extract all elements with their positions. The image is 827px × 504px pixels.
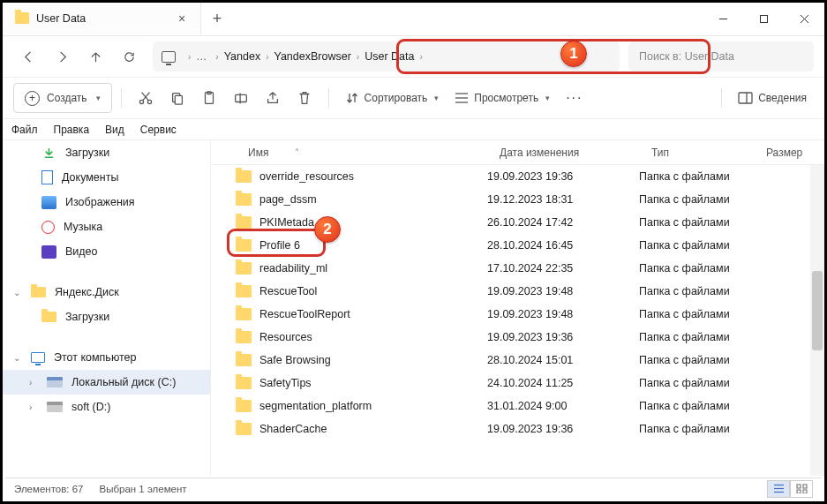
chevron-down-icon[interactable]: ⌄	[13, 288, 22, 297]
sidebar-item-label: Яндекс.Диск	[55, 286, 119, 298]
menu-tools[interactable]: Сервис	[140, 124, 177, 136]
forward-button[interactable]	[47, 41, 77, 71]
sidebar-item-drive-d[interactable]: ›soft (D:)	[3, 395, 210, 419]
details-icon	[738, 92, 753, 104]
copy-button[interactable]	[162, 83, 192, 113]
window-tab[interactable]: User Data ×	[3, 3, 201, 35]
file-type: Папка с файлами	[639, 262, 754, 275]
details-pane-button[interactable]: Сведения	[731, 83, 814, 113]
folder-icon	[236, 377, 252, 389]
sidebar-item-videos[interactable]: Видео	[3, 239, 210, 264]
breadcrumb[interactable]: User Data	[365, 50, 414, 63]
new-tab-button[interactable]: +	[201, 3, 233, 35]
sidebar-item-pictures[interactable]: Изображения	[3, 190, 210, 214]
cut-button[interactable]	[131, 83, 161, 113]
delete-button[interactable]	[289, 83, 320, 113]
download-icon	[41, 147, 56, 160]
table-row[interactable]: RescueTool19.09.2023 19:48Папка с файлам…	[211, 280, 824, 303]
command-bar: + Создать ▾ Сортировать ▾ Просмотреть ▾ …	[3, 77, 824, 119]
table-row[interactable]: ShaderCache19.09.2023 19:36Папка с файла…	[211, 417, 824, 440]
view-button[interactable]: Просмотреть ▾	[447, 83, 557, 113]
selected-count: Выбран 1 элемент	[99, 484, 186, 494]
file-list-pane: Имя˄ Дата изменения Тип Размер override_…	[211, 140, 824, 476]
paste-button[interactable]	[194, 83, 224, 113]
table-row[interactable]: Resources19.09.2023 19:36Папка с файлами	[211, 326, 824, 349]
sidebar-item-ydisk-downloads[interactable]: Загрузки	[3, 305, 210, 329]
column-headers: Имя˄ Дата изменения Тип Размер	[211, 140, 824, 165]
vertical-scrollbar[interactable]	[810, 165, 824, 476]
menu-file[interactable]: Файл	[11, 124, 38, 136]
more-button[interactable]: ···	[559, 83, 590, 113]
table-row[interactable]: SafetyTips24.10.2024 11:25Папка с файлам…	[211, 372, 824, 395]
column-header-date[interactable]: Дата изменения	[487, 147, 639, 159]
main-area: Загрузки Документы Изображения Музыка Ви…	[3, 140, 824, 476]
file-type: Папка с файлами	[639, 285, 754, 297]
column-header-name[interactable]: Имя˄	[236, 147, 487, 159]
close-tab-icon[interactable]: ×	[176, 11, 188, 26]
view-details-button[interactable]	[767, 480, 790, 498]
chevron-right-icon[interactable]: ›	[215, 52, 218, 62]
video-icon	[41, 245, 56, 259]
chevron-right-icon[interactable]: ›	[29, 378, 38, 387]
table-row[interactable]: Safe Browsing28.10.2024 15:01Папка с фай…	[211, 349, 824, 372]
table-row[interactable]: segmentation_platform31.01.2024 9:00Папк…	[211, 395, 824, 417]
file-name: PKIMetada	[259, 216, 314, 229]
maximize-button[interactable]	[743, 3, 784, 35]
column-header-size[interactable]: Размер	[754, 147, 824, 159]
svg-rect-1	[760, 16, 767, 23]
sidebar-item-music[interactable]: Музыка	[3, 214, 210, 239]
sidebar-item-documents[interactable]: Документы	[3, 165, 210, 190]
back-button[interactable]	[13, 41, 43, 71]
up-button[interactable]	[80, 41, 110, 71]
chevron-right-icon[interactable]: ›	[266, 52, 268, 62]
sidebar-item-downloads[interactable]: Загрузки	[3, 140, 210, 165]
file-list[interactable]: override_resources19.09.2023 19:36Папка …	[211, 165, 824, 476]
chevron-down-icon[interactable]: ⌄	[13, 353, 22, 363]
sidebar-item-drive-c[interactable]: ›Локальный диск (C:)	[3, 370, 210, 395]
table-row[interactable]: Profile 628.10.2024 16:45Папка с файлами	[211, 234, 824, 257]
menu-view[interactable]: Вид	[105, 124, 124, 136]
close-window-button[interactable]	[784, 3, 824, 35]
address-bar[interactable]: › … › Yandex › YandexBrowser › User Data…	[153, 41, 620, 71]
table-row[interactable]: PKIMetada26.10.2024 17:42Папка с файлами	[211, 211, 824, 234]
menu-edit[interactable]: Правка	[54, 124, 90, 136]
share-button[interactable]	[258, 83, 288, 113]
column-header-type[interactable]: Тип	[639, 147, 754, 159]
navigation-pane: Загрузки Документы Изображения Музыка Ви…	[3, 140, 211, 476]
sidebar-item-label: Музыка	[64, 221, 102, 233]
sidebar-item-ydisk[interactable]: ⌄Яндекс.Диск	[3, 280, 210, 305]
svg-rect-21	[797, 490, 801, 493]
file-date: 17.10.2024 22:35	[487, 262, 639, 275]
scrollbar-thumb[interactable]	[812, 271, 823, 350]
view-icon	[455, 92, 469, 104]
chevron-right-icon[interactable]: ›	[188, 52, 191, 62]
file-name: RescueTool	[259, 285, 317, 297]
refresh-button[interactable]	[114, 41, 144, 71]
file-type: Папка с файлами	[639, 170, 754, 183]
create-button[interactable]: + Создать ▾	[13, 83, 112, 113]
rename-button[interactable]	[226, 83, 256, 113]
table-row[interactable]: RescueToolReport19.09.2023 19:48Папка с …	[211, 303, 824, 326]
folder-icon	[236, 423, 252, 435]
path-overflow[interactable]: …	[196, 50, 207, 63]
sort-button[interactable]: Сортировать ▾	[338, 83, 447, 113]
picture-icon	[41, 196, 56, 209]
view-thumbnails-button[interactable]	[790, 480, 813, 498]
chevron-right-icon[interactable]: ›	[419, 52, 422, 62]
table-row[interactable]: page_dssm19.12.2023 18:31Папка с файлами	[211, 188, 824, 211]
file-name: page_dssm	[259, 193, 317, 206]
file-name: override_resources	[259, 170, 354, 183]
chevron-right-icon[interactable]: ›	[357, 52, 359, 62]
file-date: 19.09.2023 19:36	[487, 331, 639, 343]
minimize-button[interactable]	[703, 3, 743, 35]
breadcrumb[interactable]: Yandex	[224, 50, 260, 63]
sidebar-item-this-pc[interactable]: ⌄Этот компьютер	[3, 345, 210, 370]
table-row[interactable]: override_resources19.09.2023 19:36Папка …	[211, 165, 824, 188]
table-row[interactable]: readability_ml17.10.2024 22:35Папка с фа…	[211, 257, 824, 280]
breadcrumb[interactable]: YandexBrowser	[274, 50, 351, 63]
callout-badge-1: 1	[560, 41, 587, 67]
sidebar-item-label: Этот компьютер	[54, 351, 136, 364]
chevron-right-icon[interactable]: ›	[29, 402, 38, 412]
svg-rect-10	[235, 94, 246, 102]
search-input[interactable]: Поиск в: User Data	[628, 41, 814, 71]
